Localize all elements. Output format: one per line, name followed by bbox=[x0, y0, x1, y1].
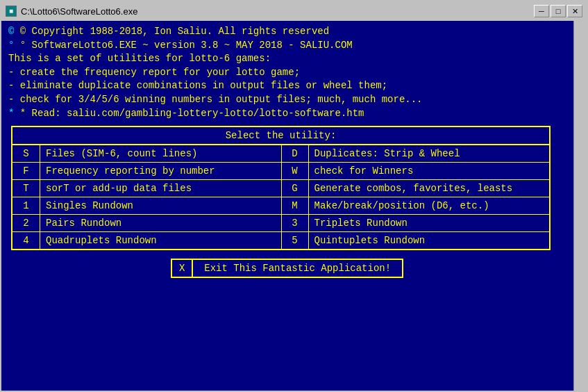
key-1[interactable]: 1 bbox=[12, 197, 40, 214]
exit-cell: X Exit This Fantastic Application! bbox=[171, 259, 403, 278]
window-controls: ─ □ ✕ bbox=[534, 5, 582, 17]
degree-symbol-1: ° bbox=[8, 40, 14, 51]
console-line-3: This is a set of utilities for lotto-6 g… bbox=[8, 52, 566, 66]
key-m[interactable]: M bbox=[281, 197, 309, 214]
console-line-6: - check for 3/4/5/6 winning numbers in o… bbox=[8, 93, 566, 107]
val-frequency[interactable]: Frequency reporting by number bbox=[40, 163, 281, 179]
copyright-text: © Copyright 1988-2018, Ion Saliu. All ri… bbox=[20, 26, 329, 37]
create-freq-text: - create the frequency report for your l… bbox=[8, 67, 300, 78]
key-4[interactable]: 4 bbox=[12, 232, 40, 249]
key-g[interactable]: G bbox=[281, 180, 309, 197]
key-s[interactable]: S bbox=[12, 145, 40, 162]
val-sort[interactable]: sorT or add-up data files bbox=[40, 180, 281, 197]
exit-label[interactable]: Exit This Fantastic Application! bbox=[193, 260, 402, 277]
main-window: ■ C:\Lotto6\SoftwareLotto6.exe ─ □ ✕ © ©… bbox=[0, 0, 588, 392]
key-t[interactable]: T bbox=[12, 180, 40, 197]
scroll-up-button[interactable]: ▲ bbox=[575, 21, 586, 32]
table-row: T sorT or add-up data files G Generate c… bbox=[12, 180, 549, 197]
console-line-1: © © Copyright 1988-2018, Ion Saliu. All … bbox=[8, 25, 566, 39]
table-row: F Frequency reporting by number W check … bbox=[12, 163, 549, 180]
val-generate[interactable]: Generate combos, favorites, leasts bbox=[309, 180, 550, 197]
scrollbar: ▲ ▼ bbox=[574, 21, 587, 391]
eliminate-dup-text: - eliminate duplicate combinations in ou… bbox=[8, 80, 387, 91]
check-winners-text: - check for 3/4/5/6 winning numbers in o… bbox=[8, 94, 423, 105]
exit-row: X Exit This Fantastic Application! bbox=[8, 254, 566, 282]
console-line-5: - eliminate duplicate combinations in ou… bbox=[8, 79, 566, 93]
software-version-text: ° SoftwareLotto6.EXE ~ version 3.8 ~ MAY… bbox=[20, 40, 353, 51]
key-f[interactable]: F bbox=[12, 163, 40, 179]
utility-table: Select the utility: S Files (SIM-6, coun… bbox=[11, 126, 551, 250]
console-line-4: - create the frequency report for your l… bbox=[8, 66, 566, 80]
close-button[interactable]: ✕ bbox=[567, 5, 582, 17]
window-title: C:\Lotto6\SoftwareLotto6.exe bbox=[21, 6, 137, 17]
key-x[interactable]: X bbox=[172, 260, 193, 277]
val-quadruplets[interactable]: Quadruplets Rundown bbox=[40, 232, 281, 249]
table-row: S Files (SIM-6, count lines) D Duplicate… bbox=[12, 145, 549, 163]
restore-button[interactable]: □ bbox=[551, 5, 566, 17]
val-files[interactable]: Files (SIM-6, count lines) bbox=[40, 145, 281, 162]
key-5[interactable]: 5 bbox=[281, 232, 309, 249]
scroll-thumb[interactable] bbox=[576, 33, 585, 47]
val-quintuplets[interactable]: Quintuplets Rundown bbox=[309, 232, 550, 249]
val-singles[interactable]: Singles Rundown bbox=[40, 197, 281, 214]
scroll-track[interactable] bbox=[575, 32, 586, 379]
console-content: © © Copyright 1988-2018, Ion Saliu. All … bbox=[8, 25, 580, 282]
console-line-2: ° ° SoftwareLotto6.EXE ~ version 3.8 ~ M… bbox=[8, 39, 566, 53]
scroll-down-button[interactable]: ▼ bbox=[575, 379, 586, 391]
key-3[interactable]: 3 bbox=[281, 215, 309, 231]
table-header: Select the utility: bbox=[12, 127, 549, 145]
table-row: 1 Singles Rundown M Make/break/position … bbox=[12, 197, 549, 215]
key-w[interactable]: W bbox=[281, 163, 309, 179]
table-row: 2 Pairs Rundown 3 Triplets Rundown bbox=[12, 215, 549, 232]
key-d[interactable]: D bbox=[281, 145, 309, 162]
val-duplicates[interactable]: Duplicates: Strip & Wheel bbox=[309, 145, 550, 162]
read-link-text: * Read: saliu.com/gambling-lottery-lotto… bbox=[20, 108, 364, 119]
title-bar-left: ■ C:\Lotto6\SoftwareLotto6.exe bbox=[6, 6, 137, 17]
val-make-break[interactable]: Make/break/position (D6, etc.) bbox=[309, 197, 550, 214]
console-area: © © Copyright 1988-2018, Ion Saliu. All … bbox=[1, 21, 587, 391]
console-line-7: * * Read: saliu.com/gambling-lottery-lot… bbox=[8, 107, 566, 121]
minimize-button[interactable]: ─ bbox=[534, 5, 549, 17]
star-symbol: * bbox=[8, 108, 20, 119]
title-bar: ■ C:\Lotto6\SoftwareLotto6.exe ─ □ ✕ bbox=[1, 1, 587, 21]
utilities-text: This is a set of utilities for lotto-6 g… bbox=[8, 53, 271, 64]
key-2[interactable]: 2 bbox=[12, 215, 40, 231]
val-triplets[interactable]: Triplets Rundown bbox=[309, 215, 550, 231]
table-row: 4 Quadruplets Rundown 5 Quintuplets Rund… bbox=[12, 232, 549, 249]
val-pairs[interactable]: Pairs Rundown bbox=[40, 215, 281, 231]
val-winners[interactable]: check for Winners bbox=[309, 163, 550, 179]
app-icon: ■ bbox=[6, 6, 17, 17]
copyright-symbol: © bbox=[8, 26, 14, 37]
